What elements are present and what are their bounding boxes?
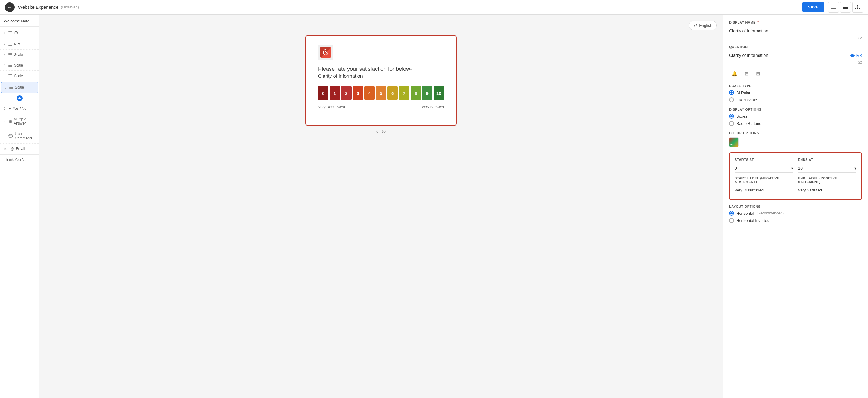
question-input-row: IVR: [729, 51, 862, 60]
scale-box-7[interactable]: 7: [399, 86, 409, 100]
cloud-icon: [850, 54, 855, 58]
scale-type-bipolar[interactable]: Bi-Polar: [729, 90, 862, 95]
display-name-input[interactable]: [729, 27, 862, 35]
sidebar-thank-you[interactable]: Thank You Note: [0, 155, 39, 165]
structure-button[interactable]: [852, 2, 863, 13]
language-button[interactable]: ⇄ English: [689, 21, 717, 30]
sidebar-item-1[interactable]: 1 ⚙: [0, 27, 39, 39]
main-layout: Welcome Note 1 ⚙ 2 NPS 3 Scale 4 Scale 5: [0, 14, 868, 398]
sidebar-label-yesno: Yes / No: [13, 106, 26, 111]
ends-at-select[interactable]: 10 ▾: [798, 164, 857, 173]
tab-layout[interactable]: ⊟: [753, 70, 763, 78]
logo-inner: [320, 47, 331, 58]
start-label-neg-label: START LABEL (NEGATIVE STATEMENT): [735, 176, 793, 184]
display-radio-buttons[interactable]: Radio Buttons: [729, 121, 862, 126]
drag-icon-6: [9, 86, 13, 89]
starts-at-col: STARTS AT 0 ▾: [735, 158, 793, 173]
radio-bipolar-label: Bi-Polar: [736, 91, 750, 95]
layout-options-radios: Horizontal (Recommended) Horizontal Inve…: [729, 211, 862, 223]
layout-options-label: LAYOUT OPTIONS: [729, 205, 862, 208]
scale-box-9[interactable]: 9: [422, 86, 433, 100]
sidebar-item-scale-4[interactable]: 4 Scale: [0, 60, 39, 71]
sidebar-item-scale-3[interactable]: 3 Scale: [0, 49, 39, 60]
svg-rect-0: [831, 5, 836, 9]
preview-button[interactable]: [828, 2, 839, 13]
sidebar-label-nps: NPS: [14, 42, 22, 46]
layout-horizontal-inverted[interactable]: Horizontal Inverted: [729, 218, 862, 223]
end-label-col: END LABEL (POSITIVE STATEMENT): [798, 176, 857, 195]
sidebar-item-nps[interactable]: 2 NPS: [0, 39, 39, 49]
color-options-label: COLOR OPTIONS: [729, 131, 862, 135]
sidebar-label-scale-4: Scale: [14, 63, 23, 67]
drag-icon-2: [8, 43, 12, 46]
drag-icon-4: [8, 64, 12, 67]
scale-box-0[interactable]: 0: [318, 86, 329, 100]
scale-type-likert[interactable]: Likert Scale: [729, 97, 862, 102]
item-num-7: 7: [4, 107, 5, 110]
add-item-button[interactable]: +: [0, 94, 39, 103]
item-num-8: 8: [4, 120, 5, 123]
display-boxes[interactable]: Boxes: [729, 114, 862, 119]
add-icon: +: [17, 95, 23, 101]
scale-boxes: 012345678910: [318, 86, 444, 100]
multiple-icon: ▦: [8, 119, 12, 123]
layout-recommended: (Recommended): [756, 211, 783, 215]
sidebar-item-scale-6[interactable]: 6 Scale: [1, 82, 38, 93]
sidebar-item-scale-5[interactable]: 5 Scale: [0, 71, 39, 81]
starts-at-value: 0: [735, 166, 737, 171]
sidebar: Welcome Note 1 ⚙ 2 NPS 3 Scale 4 Scale 5: [0, 14, 39, 398]
radio-boxes-indicator: [729, 114, 734, 119]
starts-ends-row: STARTS AT 0 ▾ ENDS AT 10 ▾: [735, 158, 857, 173]
scale-box-4[interactable]: 4: [364, 86, 375, 100]
end-labels-row: START LABEL (NEGATIVE STATEMENT) END LAB…: [735, 176, 857, 195]
item-num-2: 2: [4, 42, 5, 46]
canvas-area: ⇄ English Please rate your satisfaction …: [39, 14, 723, 398]
sidebar-label-email: Email: [16, 147, 25, 151]
menu-button[interactable]: [840, 2, 851, 13]
ends-at-chevron: ▾: [855, 166, 857, 171]
radio-likert-label: Likert Scale: [736, 98, 757, 102]
tab-bell[interactable]: 🔔: [729, 70, 740, 78]
scale-box-3[interactable]: 3: [353, 86, 363, 100]
scale-box-5[interactable]: 5: [376, 86, 386, 100]
save-button[interactable]: SAVE: [802, 2, 825, 12]
sidebar-item-yesno[interactable]: 7 ● Yes / No: [0, 103, 39, 114]
scale-range-box: STARTS AT 0 ▾ ENDS AT 10 ▾: [729, 153, 862, 200]
end-label-input[interactable]: [798, 186, 857, 195]
question-section: QUESTION IVR 22: [729, 45, 862, 64]
scale-box-8[interactable]: 8: [411, 86, 421, 100]
radio-buttons-label: Radio Buttons: [736, 121, 761, 126]
survey-subheading: Clarity of Information: [318, 73, 444, 79]
panel-tabs: 🔔 ⊞ ⊟: [729, 70, 862, 80]
svg-rect-8: [855, 8, 856, 9]
svg-rect-7: [857, 5, 858, 6]
layout-horizontal-label: Horizontal: [736, 211, 754, 215]
ivr-button[interactable]: IVR: [850, 54, 862, 58]
scale-type-section: SCALE TYPE Bi-Polar Likert Scale: [729, 84, 862, 102]
scale-box-6[interactable]: 6: [388, 86, 398, 100]
color-swatch[interactable]: Aa: [729, 137, 739, 147]
sidebar-item-email[interactable]: 10 @ Email: [0, 144, 39, 154]
scale-box-1[interactable]: 1: [330, 86, 340, 100]
starts-at-select[interactable]: 0 ▾: [735, 164, 793, 173]
back-button[interactable]: ←: [5, 2, 14, 12]
sidebar-label-comments: User Comments: [15, 132, 35, 140]
radio-bipolar-indicator: [729, 90, 734, 95]
scale-labels: Very Dissatisfied Very Satisfied: [318, 105, 444, 109]
svg-rect-10: [859, 8, 861, 9]
scale-box-2[interactable]: 2: [341, 86, 351, 100]
tab-table[interactable]: ⊞: [742, 70, 751, 78]
sidebar-item-multiple[interactable]: 8 ▦ Multiple Answer: [0, 114, 39, 129]
sidebar-welcome-note[interactable]: Welcome Note: [0, 14, 39, 27]
scale-box-10[interactable]: 10: [434, 86, 444, 100]
question-input[interactable]: [729, 51, 848, 60]
radio-buttons-indicator: [729, 121, 734, 126]
question-label: QUESTION: [729, 45, 862, 49]
ends-at-col: ENDS AT 10 ▾: [798, 158, 857, 173]
logo-svg: [322, 49, 329, 56]
sidebar-item-comments[interactable]: 9 💬 User Comments: [0, 129, 39, 144]
question-char: 22: [729, 61, 862, 64]
start-label-input[interactable]: [735, 186, 793, 195]
ivr-label: IVR: [856, 54, 862, 58]
layout-horizontal[interactable]: Horizontal (Recommended): [729, 211, 862, 215]
